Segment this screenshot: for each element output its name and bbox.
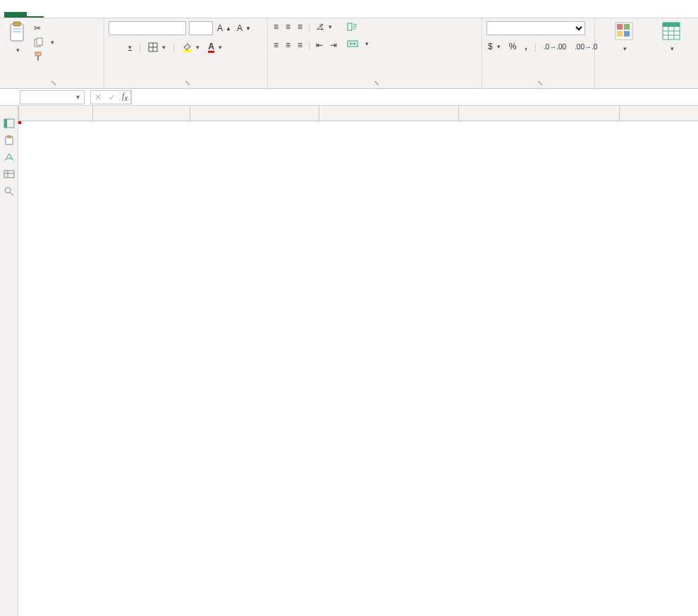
tab-formulas[interactable] xyxy=(94,12,111,18)
merge-center-button[interactable] xyxy=(345,38,370,49)
align-bottom-button[interactable]: ≡ xyxy=(296,21,304,32)
conditional-formatting-button[interactable] xyxy=(599,21,649,53)
scissors-icon: ✂ xyxy=(34,23,41,33)
alignment-launcher-icon[interactable]: ⤡ xyxy=(374,79,379,87)
tab-kutools-plus[interactable] xyxy=(213,12,230,18)
col-header-c[interactable] xyxy=(190,106,319,121)
align-top-button[interactable]: ≡ xyxy=(272,21,280,32)
font-color-button[interactable]: A xyxy=(207,41,224,54)
group-styles xyxy=(595,18,698,88)
col-header-d[interactable] xyxy=(319,106,459,121)
align-left-icon: ≡ xyxy=(274,40,278,50)
fx-icon[interactable]: fx xyxy=(119,91,130,102)
tab-insert[interactable] xyxy=(44,12,61,18)
tab-view[interactable] xyxy=(145,12,162,18)
svg-rect-6 xyxy=(35,52,41,56)
group-number: $ % , | .0→.00 .00→.0 ⤡ xyxy=(482,18,595,88)
svg-rect-12 xyxy=(348,23,352,30)
increase-decimal-button[interactable]: .0→.00 xyxy=(542,42,568,51)
svg-rect-15 xyxy=(617,24,623,30)
sheet-area xyxy=(0,106,698,616)
percent-icon: % xyxy=(509,42,517,51)
svg-rect-7 xyxy=(37,56,39,61)
ribbon: ✂ ⤡ A▲ A▼ | | A xyxy=(0,18,698,89)
cut-button[interactable]: ✂ xyxy=(32,23,56,34)
paste-button[interactable] xyxy=(4,21,30,54)
align-middle-button[interactable]: ≡ xyxy=(284,21,292,32)
tab-draw[interactable] xyxy=(61,12,78,18)
enter-formula-button[interactable]: ✓ xyxy=(105,92,119,102)
sidebar-name-icon[interactable] xyxy=(4,169,15,179)
copy-button[interactable] xyxy=(32,37,56,48)
formula-input[interactable] xyxy=(131,90,698,105)
align-top-icon: ≡ xyxy=(274,22,278,32)
cancel-formula-button[interactable]: ✕ xyxy=(91,92,105,102)
sidebar-find-icon[interactable] xyxy=(4,186,15,196)
name-box[interactable]: ▼ xyxy=(20,90,85,104)
copy-icon xyxy=(34,37,44,47)
sidebar-autotext-icon[interactable] xyxy=(4,152,15,162)
svg-rect-20 xyxy=(663,23,680,27)
group-alignment: ≡ ≡ ≡ | ⦨ ≡ ≡ ≡ | ⇤ ⇥ ⤡ xyxy=(268,18,482,88)
svg-rect-3 xyxy=(13,31,21,32)
select-all-button[interactable] xyxy=(18,106,19,121)
col-header-e[interactable] xyxy=(459,106,620,121)
increase-indent-button[interactable]: ⇥ xyxy=(329,39,338,51)
orientation-button[interactable]: ⦨ xyxy=(314,21,333,32)
svg-line-34 xyxy=(10,192,13,195)
tab-kutools[interactable] xyxy=(196,12,213,18)
font-size-input[interactable] xyxy=(189,21,213,35)
borders-button[interactable] xyxy=(147,42,167,53)
sidebar-pane-icon[interactable] xyxy=(4,118,15,128)
clipboard-launcher-icon[interactable]: ⤡ xyxy=(51,79,56,87)
name-box-dropdown-icon[interactable]: ▼ xyxy=(75,94,81,101)
tab-file[interactable] xyxy=(4,12,27,18)
number-format-select[interactable] xyxy=(486,21,585,35)
tab-review[interactable] xyxy=(128,12,145,18)
group-clipboard: ✂ ⤡ xyxy=(0,18,104,88)
decrease-indent-button[interactable]: ⇤ xyxy=(314,39,324,51)
sidebar-clipboard-icon[interactable] xyxy=(4,135,15,145)
align-right-button[interactable]: ≡ xyxy=(296,39,304,51)
wrap-text-button[interactable] xyxy=(345,21,370,32)
increase-font-button[interactable]: A▲ xyxy=(216,23,233,34)
svg-rect-17 xyxy=(617,31,623,37)
col-header-a[interactable] xyxy=(19,106,93,121)
font-color-icon: A xyxy=(208,42,214,53)
number-launcher-icon[interactable]: ⤡ xyxy=(537,79,543,87)
italic-button[interactable] xyxy=(117,47,120,48)
paste-dropdown-icon xyxy=(15,45,20,54)
bucket-icon xyxy=(182,42,192,52)
tab-data[interactable] xyxy=(111,12,128,18)
font-name-input[interactable] xyxy=(109,21,186,35)
col-header-b[interactable] xyxy=(93,106,190,121)
svg-rect-5 xyxy=(37,38,42,45)
tab-home[interactable] xyxy=(27,11,44,18)
format-as-table-icon xyxy=(661,21,681,41)
align-left-button[interactable]: ≡ xyxy=(272,39,280,51)
comma-format-button[interactable]: , xyxy=(523,41,528,52)
selection-highlight-box xyxy=(18,121,21,124)
col-header-f[interactable] xyxy=(620,106,698,121)
format-as-table-button[interactable] xyxy=(651,21,691,53)
grid[interactable] xyxy=(18,106,698,616)
tab-automateexcel[interactable] xyxy=(162,12,179,18)
underline-button[interactable] xyxy=(125,43,133,51)
orientation-icon: ⦨ xyxy=(316,22,324,32)
bold-button[interactable] xyxy=(109,47,111,48)
comma-icon: , xyxy=(525,42,527,51)
align-center-button[interactable]: ≡ xyxy=(284,39,292,51)
format-painter-button[interactable] xyxy=(32,51,56,62)
formula-bar: ▼ ✕ ✓ fx xyxy=(0,89,698,106)
tab-developer[interactable] xyxy=(179,12,196,18)
accounting-format-button[interactable]: $ xyxy=(486,41,502,52)
svg-rect-2 xyxy=(13,28,21,30)
tab-page-layout[interactable] xyxy=(78,12,94,18)
decrease-font-button[interactable]: A▼ xyxy=(235,23,252,34)
decrease-decimal-icon: .00→.0 xyxy=(575,43,597,51)
percent-format-button[interactable]: % xyxy=(508,41,518,52)
font-launcher-icon[interactable]: ⤡ xyxy=(185,79,190,87)
group-label-styles xyxy=(599,85,694,88)
fill-color-button[interactable] xyxy=(180,42,201,53)
svg-rect-28 xyxy=(7,135,11,138)
